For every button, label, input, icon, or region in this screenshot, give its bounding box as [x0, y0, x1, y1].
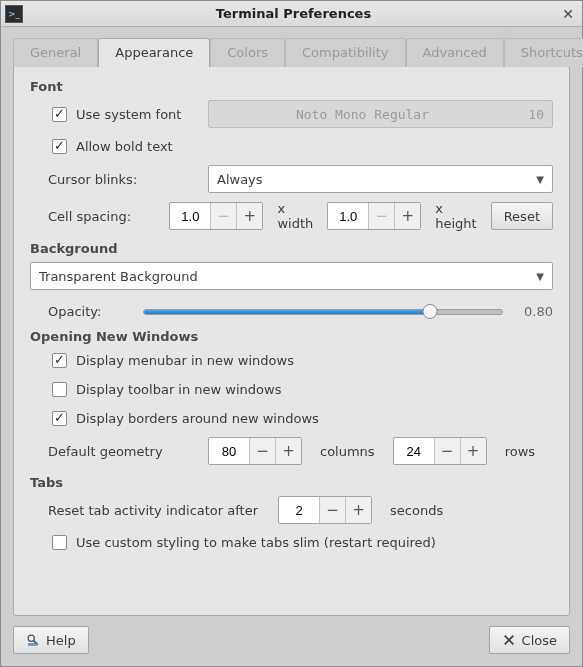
tab-colors[interactable]: Colors: [210, 38, 285, 67]
use-system-font-label: Use system font: [76, 107, 181, 122]
tabs-section: Reset tab activity indicator after − + s…: [30, 496, 553, 553]
cell-height-increment[interactable]: +: [394, 203, 420, 229]
tab-label: General: [30, 45, 81, 60]
tab-appearance[interactable]: Appearance: [98, 38, 210, 67]
columns-spinner[interactable]: − +: [208, 437, 302, 465]
help-label: Help: [46, 633, 76, 648]
font-section: Use system font Noto Mono Regular 10 All…: [30, 100, 553, 231]
window-close-button[interactable]: ✕: [558, 6, 578, 22]
allow-bold-input[interactable]: [52, 139, 67, 154]
cursor-blinks-value: Always: [217, 172, 263, 187]
background-mode-select[interactable]: Transparent Background ▼: [30, 262, 553, 290]
tab-label: Shortcuts: [521, 45, 583, 60]
columns-increment[interactable]: +: [275, 438, 301, 464]
tab-general[interactable]: General: [13, 38, 98, 67]
display-borders-label: Display borders around new windows: [76, 411, 319, 426]
chevron-down-icon: ▼: [536, 271, 544, 282]
use-system-font-checkbox[interactable]: Use system font: [48, 104, 208, 125]
display-menubar-input[interactable]: [52, 353, 67, 368]
rows-spinner[interactable]: − +: [393, 437, 487, 465]
cell-spacing-label: Cell spacing:: [48, 209, 163, 224]
tab-label: Advanced: [423, 45, 487, 60]
columns-decrement[interactable]: −: [249, 438, 275, 464]
rows-decrement[interactable]: −: [434, 438, 460, 464]
cell-height-spinner[interactable]: − +: [327, 202, 421, 230]
reset-label: Reset: [504, 209, 540, 224]
default-geometry-label: Default geometry: [48, 444, 188, 459]
opacity-value: 0.80: [513, 304, 553, 319]
cell-width-decrement[interactable]: −: [210, 203, 236, 229]
tab-label: Compatibility: [302, 45, 389, 60]
allow-bold-label: Allow bold text: [76, 139, 173, 154]
display-toolbar-label: Display toolbar in new windows: [76, 382, 281, 397]
reset-activity-label: Reset tab activity indicator after: [48, 503, 258, 518]
display-toolbar-input[interactable]: [52, 382, 67, 397]
titlebar: >_ Terminal Preferences ✕: [1, 1, 582, 27]
svg-rect-3: [29, 644, 38, 646]
font-picker: Noto Mono Regular 10: [208, 100, 553, 128]
background-mode-value: Transparent Background: [39, 269, 198, 284]
opacity-slider-fill: [144, 310, 430, 314]
preferences-window: >_ Terminal Preferences ✕ General Appear…: [0, 0, 583, 667]
x-height-label: x height: [435, 201, 476, 231]
chevron-down-icon: ▼: [536, 174, 544, 185]
x-width-label: x width: [277, 201, 313, 231]
slim-tabs-input[interactable]: [52, 535, 67, 550]
opacity-label: Opacity:: [48, 304, 143, 319]
tab-advanced[interactable]: Advanced: [406, 38, 504, 67]
reset-activity-input[interactable]: [279, 497, 319, 523]
tab-compatibility[interactable]: Compatibility: [285, 38, 406, 67]
slim-tabs-checkbox[interactable]: Use custom styling to make tabs slim (re…: [48, 532, 436, 553]
help-icon: [26, 633, 40, 647]
cursor-blinks-select[interactable]: Always ▼: [208, 165, 553, 193]
font-size-value: 10: [508, 107, 544, 122]
display-menubar-label: Display menubar in new windows: [76, 353, 294, 368]
window-title: Terminal Preferences: [29, 6, 558, 21]
reset-activity-spinner[interactable]: − +: [278, 496, 372, 524]
opacity-slider[interactable]: [143, 309, 503, 315]
background-section: Transparent Background ▼ Opacity: 0.80: [30, 262, 553, 319]
cell-height-input[interactable]: [328, 203, 368, 229]
new-windows-section: Display menubar in new windows Display t…: [30, 350, 553, 465]
cursor-blinks-label: Cursor blinks:: [48, 172, 208, 187]
columns-input[interactable]: [209, 438, 249, 464]
display-borders-checkbox[interactable]: Display borders around new windows: [48, 408, 319, 429]
display-borders-input[interactable]: [52, 411, 67, 426]
close-button[interactable]: Close: [489, 626, 570, 654]
content-area: General Appearance Colors Compatibility …: [1, 27, 582, 616]
background-heading: Background: [30, 241, 553, 256]
slim-tabs-label: Use custom styling to make tabs slim (re…: [76, 535, 436, 550]
allow-bold-checkbox[interactable]: Allow bold text: [48, 136, 173, 157]
reset-activity-increment[interactable]: +: [345, 497, 371, 523]
close-icon: [502, 633, 516, 647]
tab-shortcuts[interactable]: Shortcuts: [504, 38, 583, 67]
terminal-app-icon: >_: [5, 5, 23, 23]
tab-strip: General Appearance Colors Compatibility …: [13, 37, 570, 67]
rows-input[interactable]: [394, 438, 434, 464]
opacity-slider-thumb[interactable]: [423, 304, 438, 319]
cell-width-input[interactable]: [170, 203, 210, 229]
display-menubar-checkbox[interactable]: Display menubar in new windows: [48, 350, 294, 371]
font-name-value: Noto Mono Regular: [217, 107, 508, 122]
font-heading: Font: [30, 79, 553, 94]
help-button[interactable]: Help: [13, 626, 89, 654]
use-system-font-input[interactable]: [52, 107, 67, 122]
cell-width-increment[interactable]: +: [236, 203, 262, 229]
tab-label: Appearance: [115, 45, 193, 60]
tab-label: Colors: [227, 45, 268, 60]
dialog-footer: Help Close: [1, 616, 582, 666]
new-windows-heading: Opening New Windows: [30, 329, 553, 344]
reset-activity-decrement[interactable]: −: [319, 497, 345, 523]
cell-spacing-reset-button[interactable]: Reset: [491, 202, 553, 230]
cell-width-spinner[interactable]: − +: [169, 202, 263, 230]
rows-increment[interactable]: +: [460, 438, 486, 464]
appearance-panel: Font Use system font Noto Mono Regular 1…: [13, 66, 570, 616]
rows-label: rows: [505, 444, 535, 459]
seconds-label: seconds: [390, 503, 443, 518]
close-label: Close: [522, 633, 557, 648]
display-toolbar-checkbox[interactable]: Display toolbar in new windows: [48, 379, 281, 400]
tabs-heading: Tabs: [30, 475, 553, 490]
cell-height-decrement[interactable]: −: [368, 203, 394, 229]
columns-label: columns: [320, 444, 375, 459]
